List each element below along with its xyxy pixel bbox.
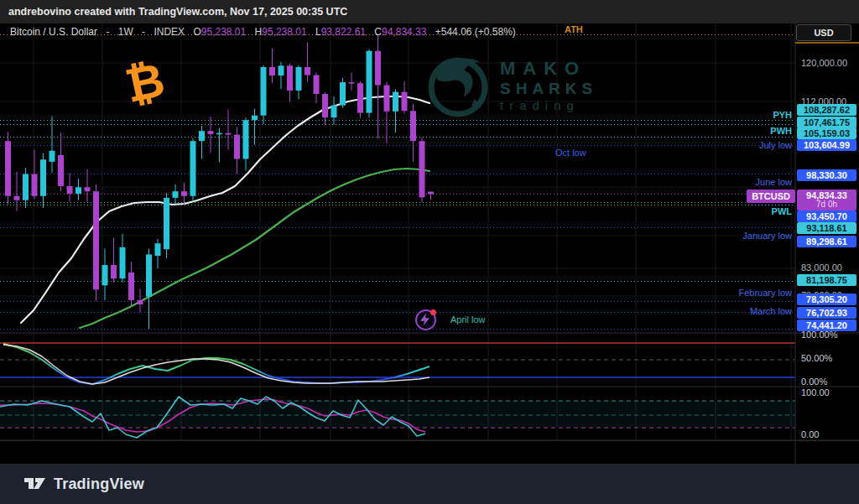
open-value: 95,238.01 — [201, 26, 246, 38]
candle — [58, 155, 64, 186]
candle — [164, 198, 169, 249]
countdown-timer: 7d 0h — [797, 200, 856, 209]
candle — [269, 67, 275, 75]
candle — [357, 83, 363, 112]
level-name-label: June low — [756, 177, 792, 187]
open-letter: O — [193, 26, 200, 38]
price-scale-value: 120,000.00 — [797, 58, 859, 69]
candle — [402, 92, 408, 112]
chart-legend: Bitcoin / U.S. Dollar - 1W - INDEX O95,2… — [10, 26, 516, 39]
event-alert-dot — [430, 309, 436, 315]
price-level-badge: 107,461.75 — [797, 117, 856, 128]
candle — [216, 133, 222, 135]
candle — [234, 135, 240, 159]
candle — [67, 186, 73, 194]
candle — [226, 133, 232, 135]
scale-accent-line — [795, 42, 859, 44]
candle — [128, 273, 134, 300]
candle — [93, 191, 99, 289]
price-level-badge: 78,305.20 — [797, 294, 856, 305]
low-value: 93,822.61 — [321, 26, 366, 38]
high-value: 95,238.01 — [262, 26, 306, 38]
price-level-badge: 89,298.61 — [797, 236, 856, 247]
candle — [85, 187, 91, 191]
level-name-label: January low — [742, 231, 792, 241]
candle — [208, 131, 214, 134]
candle — [49, 151, 55, 162]
indicator-scale-value: 0.00 — [797, 429, 819, 440]
candle — [305, 67, 310, 75]
candle — [287, 65, 293, 91]
oct-low-annotation: Oct low — [555, 148, 586, 158]
currency-toggle-button[interactable]: USD — [796, 24, 851, 41]
price-level-lines[interactable] — [0, 35, 795, 330]
candle — [190, 141, 196, 196]
symbol-title[interactable]: Bitcoin / U.S. Dollar — [10, 26, 97, 38]
currency-label: USD — [814, 28, 833, 38]
candle — [340, 82, 346, 106]
april-low-annotation: April low — [450, 314, 486, 325]
level-name-label: February low — [738, 288, 792, 298]
watermark: MAKO SHARKS trading — [424, 50, 597, 119]
candle — [155, 243, 161, 256]
price-level-badge: 108,287.62 — [797, 104, 856, 116]
candle — [23, 174, 29, 200]
interval-label[interactable]: 1W — [118, 26, 133, 38]
price-scale-value: 83,000.00 — [797, 262, 859, 273]
mako-sharks-logo-icon — [424, 50, 492, 119]
tradingview-logo-icon[interactable] — [23, 475, 46, 493]
level-name-label: March low — [750, 306, 792, 316]
panel1-gradient-line[interactable] — [3, 344, 430, 384]
candle — [173, 191, 179, 198]
price-level-badge: 103,604.99 — [797, 139, 856, 151]
candle — [410, 111, 416, 141]
symbol-price-tag: BTCUSD — [747, 190, 795, 203]
stoch-band — [0, 401, 795, 428]
watermark-text: MAKO SHARKS trading — [500, 58, 597, 112]
tradingview-app: andrebovino created with TradingView.com… — [0, 0, 859, 504]
level-name-label: PWH — [770, 126, 792, 136]
candle — [393, 92, 398, 112]
candle — [5, 141, 11, 196]
candle — [111, 265, 117, 278]
attribution-bar: andrebovino created with TradingView.com… — [0, 0, 859, 23]
price-level-badge: 81,198.75 — [797, 274, 856, 286]
change-value: +544.06 (+0.58%) — [435, 26, 516, 38]
candlestick-series[interactable] — [5, 34, 434, 329]
level-name-label: July low — [759, 140, 792, 150]
candle — [102, 265, 108, 285]
candle — [314, 75, 320, 94]
price-level-badge: 105,159.03 — [797, 127, 856, 139]
indicator-scale-value: 100.00% — [797, 330, 837, 340]
candle — [14, 196, 20, 200]
tradingview-brand-text[interactable]: TradingView — [54, 475, 144, 493]
candle — [428, 192, 434, 195]
indicator-scale-value: 100.00 — [797, 387, 830, 398]
time-axis[interactable]: 2025MarMayJulSepNov2026MarMayJulSe — [0, 440, 859, 465]
candle — [419, 141, 425, 197]
candle — [243, 120, 249, 158]
white-ma-line[interactable] — [21, 96, 430, 323]
candle — [40, 159, 46, 196]
candle — [146, 254, 152, 296]
green-ma-line[interactable] — [80, 169, 430, 328]
level-name-label: PWL — [772, 206, 792, 216]
low-letter: L — [315, 26, 321, 38]
indicator-scale-value: 0.00% — [797, 377, 827, 387]
candle — [75, 187, 81, 194]
close-letter: C — [374, 26, 382, 38]
ath-annotation: ATH — [565, 24, 583, 34]
watermark-line3: trading — [500, 98, 597, 112]
attribution-text: andrebovino created with TradingView.com… — [8, 6, 347, 18]
candle — [279, 65, 284, 75]
watermark-line1: MAKO — [500, 58, 597, 80]
candle — [181, 191, 187, 196]
price-level-badge: 93,118.61 — [797, 222, 856, 234]
exchange-label: INDEX — [154, 26, 185, 38]
high-letter: H — [255, 26, 263, 38]
level-name-label: PYH — [773, 110, 792, 120]
watermark-line2: SHARKS — [500, 80, 597, 98]
event-lightning-icon[interactable] — [415, 309, 436, 330]
price-level-badge: 76,702.93 — [797, 307, 856, 319]
candle — [138, 300, 143, 304]
